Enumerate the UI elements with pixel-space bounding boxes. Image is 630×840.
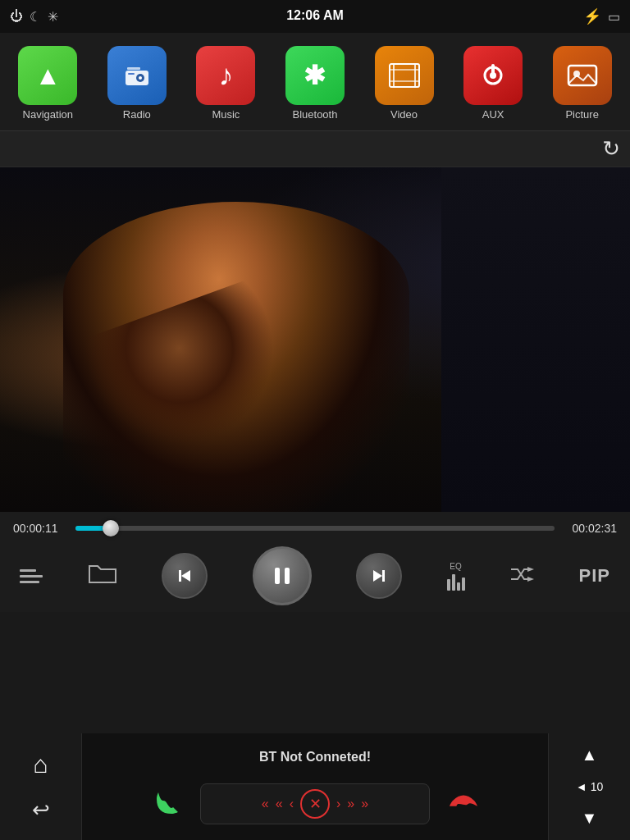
svg-point-2 <box>139 76 142 80</box>
progress-track[interactable] <box>75 526 555 531</box>
arrow-right-1: › <box>336 797 340 811</box>
usb-icon: ⚡ <box>583 7 601 25</box>
play-pause-button[interactable] <box>253 546 312 605</box>
arrow-left-2: « <box>276 797 283 811</box>
back-nav-button[interactable]: ↩ <box>32 797 50 823</box>
app-music[interactable]: ♪ Music <box>189 46 262 121</box>
arrow-right-2: » <box>347 797 354 811</box>
bluetooth-label: Bluetooth <box>293 108 338 121</box>
prev-button[interactable] <box>162 553 208 599</box>
battery-icon: ▭ <box>608 9 620 25</box>
next-button[interactable] <box>356 553 402 599</box>
svg-rect-20 <box>382 570 385 582</box>
back-button[interactable]: ↺ <box>602 136 620 162</box>
eq-button[interactable]: EQ <box>447 562 465 591</box>
app-aux[interactable]: AUX <box>456 46 530 121</box>
call-display: « « ‹ ✕ › » » <box>200 783 430 824</box>
svg-rect-18 <box>285 568 290 584</box>
eq-bars <box>447 573 465 591</box>
svg-rect-8 <box>390 69 419 71</box>
app-bluetooth[interactable]: ✱ Bluetooth <box>278 46 352 121</box>
list-line-3 <box>20 581 39 583</box>
progress-thumb[interactable] <box>103 520 119 536</box>
svg-rect-4 <box>128 73 135 75</box>
video-icon <box>375 46 434 105</box>
call-controls: « « ‹ ✕ › » » <box>146 783 484 824</box>
radio-icon <box>107 46 167 105</box>
brightness-icon: ✳ <box>48 9 58 25</box>
svg-rect-16 <box>179 570 181 582</box>
svg-marker-15 <box>181 570 190 582</box>
volume-level: 10 <box>591 780 604 793</box>
list-line-2 <box>20 575 43 578</box>
pip-button[interactable]: PIP <box>579 565 610 587</box>
eq-label: EQ <box>450 562 461 571</box>
power-icon: ⏻ <box>10 9 23 24</box>
volume-down-button[interactable]: ▼ <box>582 809 598 828</box>
status-icons-left: ⏻ ☾ ✳ <box>10 9 58 25</box>
arrow-left-3: ‹ <box>290 797 294 811</box>
moon-icon: ☾ <box>30 9 41 25</box>
controls-row: EQ PIP <box>13 546 617 605</box>
end-call-button[interactable]: ✕ <box>300 789 330 819</box>
svg-point-12 <box>490 72 496 79</box>
aux-label: AUX <box>482 108 504 121</box>
toolbar-row: ↺ <box>0 131 630 167</box>
svg-rect-9 <box>390 80 419 82</box>
arrow-right-3: » <box>361 797 368 811</box>
svg-marker-19 <box>373 570 382 582</box>
progress-row: 00:00:11 00:02:31 <box>13 522 617 535</box>
svg-rect-6 <box>393 64 395 87</box>
volume-up-button[interactable]: ▲ <box>582 746 598 765</box>
svg-rect-13 <box>568 66 596 85</box>
bluetooth-icon: ✱ <box>285 46 345 105</box>
folder-button[interactable] <box>88 561 117 591</box>
music-label: Music <box>212 108 240 121</box>
app-grid: ▲ Navigation Radio ♪ Music ✱ Bluetooth V… <box>0 33 630 131</box>
app-video[interactable]: Video <box>368 46 441 121</box>
navigation-label: Navigation <box>23 108 73 121</box>
status-icons-right: ⚡ ▭ <box>583 7 620 25</box>
shuffle-button[interactable] <box>509 564 534 588</box>
bt-status-text: BT Not Conneted! <box>259 750 371 765</box>
volume-speaker-icon: ◄ <box>576 780 587 793</box>
radio-label: Radio <box>123 108 151 121</box>
svg-rect-7 <box>414 64 416 87</box>
status-bar: ⏻ ☾ ✳ 12:06 AM ⚡ ▭ <box>0 0 630 33</box>
playlist-button[interactable] <box>20 569 43 583</box>
bottom-bar: ⌂ ↩ BT Not Conneted! « « ‹ ✕ › » » <box>0 733 630 840</box>
total-time: 00:02:31 <box>564 522 617 535</box>
list-line-1 <box>20 569 36 572</box>
status-time: 12:06 AM <box>286 8 344 23</box>
app-radio[interactable]: Radio <box>100 46 174 121</box>
bottom-right-vol: ▲ ◄ 10 ▼ <box>548 733 630 840</box>
bg-right <box>441 167 630 512</box>
svg-marker-21 <box>527 567 534 572</box>
aux-icon <box>463 46 523 105</box>
arrow-left-1: « <box>262 797 269 811</box>
svg-rect-3 <box>127 67 140 70</box>
current-time: 00:00:11 <box>13 522 66 535</box>
eq-bar-2 <box>452 574 455 591</box>
transport-section: 00:00:11 00:02:31 <box>0 512 630 612</box>
picture-label: Picture <box>565 108 598 121</box>
video-area[interactable] <box>0 167 630 512</box>
home-button[interactable]: ⌂ <box>33 751 48 778</box>
app-navigation[interactable]: ▲ Navigation <box>11 46 84 121</box>
video-frame <box>0 167 630 512</box>
eq-bar-1 <box>447 579 450 591</box>
reject-call-button[interactable] <box>443 783 484 824</box>
navigation-icon: ▲ <box>18 46 77 105</box>
music-icon: ♪ <box>196 46 255 105</box>
svg-marker-22 <box>527 577 534 582</box>
volume-display: ◄ 10 <box>576 780 603 793</box>
bottom-center: BT Not Conneted! « « ‹ ✕ › » » <box>82 733 548 840</box>
picture-icon <box>553 46 612 105</box>
eq-bar-4 <box>462 578 465 591</box>
bottom-left-nav: ⌂ ↩ <box>0 733 82 840</box>
app-picture[interactable]: Picture <box>546 46 619 121</box>
eq-bar-3 <box>457 582 460 591</box>
answer-call-button[interactable] <box>146 783 187 824</box>
svg-rect-17 <box>275 568 280 584</box>
video-label: Video <box>390 108 418 121</box>
